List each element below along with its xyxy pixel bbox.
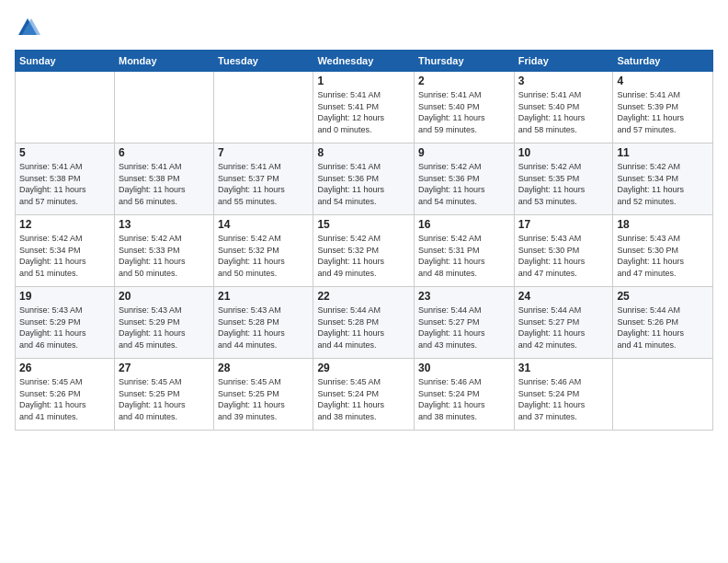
day-info: Sunrise: 5:42 AM Sunset: 5:36 PM Dayligh… bbox=[418, 161, 510, 207]
calendar-cell bbox=[613, 359, 713, 431]
calendar-cell: 8Sunrise: 5:41 AM Sunset: 5:36 PM Daylig… bbox=[313, 144, 415, 215]
calendar-cell: 24Sunrise: 5:44 AM Sunset: 5:27 PM Dayli… bbox=[514, 287, 613, 359]
day-info: Sunrise: 5:42 AM Sunset: 5:31 PM Dayligh… bbox=[418, 233, 510, 279]
calendar-cell: 31Sunrise: 5:46 AM Sunset: 5:24 PM Dayli… bbox=[514, 359, 613, 431]
calendar-cell: 26Sunrise: 5:45 AM Sunset: 5:26 PM Dayli… bbox=[16, 359, 115, 431]
calendar-cell: 5Sunrise: 5:41 AM Sunset: 5:38 PM Daylig… bbox=[16, 144, 115, 215]
calendar-cell: 2Sunrise: 5:41 AM Sunset: 5:40 PM Daylig… bbox=[415, 72, 515, 144]
day-info: Sunrise: 5:45 AM Sunset: 5:26 PM Dayligh… bbox=[19, 376, 110, 422]
calendar-cell: 18Sunrise: 5:43 AM Sunset: 5:30 PM Dayli… bbox=[613, 215, 713, 287]
day-number: 23 bbox=[418, 290, 510, 303]
day-info: Sunrise: 5:44 AM Sunset: 5:28 PM Dayligh… bbox=[317, 304, 410, 350]
day-info: Sunrise: 5:41 AM Sunset: 5:40 PM Dayligh… bbox=[418, 89, 510, 135]
calendar-cell: 20Sunrise: 5:43 AM Sunset: 5:29 PM Dayli… bbox=[114, 287, 213, 359]
day-info: Sunrise: 5:46 AM Sunset: 5:24 PM Dayligh… bbox=[418, 376, 510, 422]
day-number: 26 bbox=[19, 362, 110, 374]
calendar-cell: 27Sunrise: 5:45 AM Sunset: 5:25 PM Dayli… bbox=[114, 359, 213, 431]
calendar-week-row: 1Sunrise: 5:41 AM Sunset: 5:41 PM Daylig… bbox=[16, 72, 713, 144]
day-info: Sunrise: 5:41 AM Sunset: 5:36 PM Dayligh… bbox=[317, 161, 410, 207]
calendar-cell: 9Sunrise: 5:42 AM Sunset: 5:36 PM Daylig… bbox=[415, 144, 515, 215]
calendar-cell: 17Sunrise: 5:43 AM Sunset: 5:30 PM Dayli… bbox=[514, 215, 613, 287]
weekday-header: Wednesday bbox=[313, 51, 415, 72]
day-number: 12 bbox=[19, 218, 110, 231]
day-number: 8 bbox=[317, 146, 410, 159]
day-info: Sunrise: 5:41 AM Sunset: 5:38 PM Dayligh… bbox=[119, 161, 210, 207]
day-info: Sunrise: 5:43 AM Sunset: 5:29 PM Dayligh… bbox=[19, 304, 110, 350]
day-info: Sunrise: 5:43 AM Sunset: 5:29 PM Dayligh… bbox=[119, 304, 210, 350]
day-info: Sunrise: 5:46 AM Sunset: 5:24 PM Dayligh… bbox=[518, 376, 609, 422]
day-info: Sunrise: 5:41 AM Sunset: 5:40 PM Dayligh… bbox=[518, 89, 609, 135]
calendar-week-row: 5Sunrise: 5:41 AM Sunset: 5:38 PM Daylig… bbox=[16, 144, 713, 215]
day-info: Sunrise: 5:41 AM Sunset: 5:39 PM Dayligh… bbox=[617, 89, 709, 135]
calendar-cell: 21Sunrise: 5:43 AM Sunset: 5:28 PM Dayli… bbox=[214, 287, 313, 359]
calendar-cell: 3Sunrise: 5:41 AM Sunset: 5:40 PM Daylig… bbox=[514, 72, 613, 144]
day-number: 15 bbox=[317, 218, 410, 231]
calendar-week-row: 26Sunrise: 5:45 AM Sunset: 5:26 PM Dayli… bbox=[16, 359, 713, 431]
day-number: 16 bbox=[418, 218, 510, 231]
day-number: 14 bbox=[218, 218, 309, 231]
weekday-header: Monday bbox=[114, 51, 213, 72]
day-number: 5 bbox=[19, 146, 110, 159]
calendar-cell bbox=[114, 72, 213, 144]
day-number: 10 bbox=[518, 146, 609, 159]
day-info: Sunrise: 5:44 AM Sunset: 5:27 PM Dayligh… bbox=[418, 304, 510, 350]
day-number: 29 bbox=[317, 362, 410, 374]
calendar-cell: 7Sunrise: 5:41 AM Sunset: 5:37 PM Daylig… bbox=[214, 144, 313, 215]
day-number: 25 bbox=[617, 290, 709, 303]
day-number: 31 bbox=[518, 362, 609, 374]
calendar-cell bbox=[16, 72, 115, 144]
calendar-cell: 4Sunrise: 5:41 AM Sunset: 5:39 PM Daylig… bbox=[613, 72, 713, 144]
calendar-cell: 14Sunrise: 5:42 AM Sunset: 5:32 PM Dayli… bbox=[214, 215, 313, 287]
weekday-header: Tuesday bbox=[214, 51, 313, 72]
day-info: Sunrise: 5:42 AM Sunset: 5:33 PM Dayligh… bbox=[119, 233, 210, 279]
day-info: Sunrise: 5:41 AM Sunset: 5:38 PM Dayligh… bbox=[19, 161, 110, 207]
calendar-cell: 19Sunrise: 5:43 AM Sunset: 5:29 PM Dayli… bbox=[16, 287, 115, 359]
day-number: 9 bbox=[418, 146, 510, 159]
day-number: 4 bbox=[617, 75, 709, 87]
day-number: 11 bbox=[617, 146, 709, 159]
day-number: 24 bbox=[518, 290, 609, 303]
calendar-cell: 11Sunrise: 5:42 AM Sunset: 5:34 PM Dayli… bbox=[613, 144, 713, 215]
day-info: Sunrise: 5:45 AM Sunset: 5:24 PM Dayligh… bbox=[317, 376, 410, 422]
day-info: Sunrise: 5:45 AM Sunset: 5:25 PM Dayligh… bbox=[119, 376, 210, 422]
calendar-cell: 6Sunrise: 5:41 AM Sunset: 5:38 PM Daylig… bbox=[114, 144, 213, 215]
calendar-cell: 16Sunrise: 5:42 AM Sunset: 5:31 PM Dayli… bbox=[415, 215, 515, 287]
weekday-header: Friday bbox=[514, 51, 613, 72]
calendar-cell: 13Sunrise: 5:42 AM Sunset: 5:33 PM Dayli… bbox=[114, 215, 213, 287]
calendar-week-row: 12Sunrise: 5:42 AM Sunset: 5:34 PM Dayli… bbox=[16, 215, 713, 287]
day-info: Sunrise: 5:42 AM Sunset: 5:34 PM Dayligh… bbox=[19, 233, 110, 279]
day-number: 27 bbox=[119, 362, 210, 374]
day-number: 6 bbox=[119, 146, 210, 159]
calendar-cell: 23Sunrise: 5:44 AM Sunset: 5:27 PM Dayli… bbox=[415, 287, 515, 359]
day-number: 7 bbox=[218, 146, 309, 159]
day-info: Sunrise: 5:45 AM Sunset: 5:25 PM Dayligh… bbox=[218, 376, 309, 422]
day-number: 17 bbox=[518, 218, 609, 231]
calendar-page: SundayMondayTuesdayWednesdayThursdayFrid… bbox=[0, 0, 728, 563]
day-info: Sunrise: 5:43 AM Sunset: 5:30 PM Dayligh… bbox=[518, 233, 609, 279]
calendar-header-row: SundayMondayTuesdayWednesdayThursdayFrid… bbox=[16, 51, 713, 72]
day-number: 30 bbox=[418, 362, 510, 374]
calendar-cell bbox=[214, 72, 313, 144]
calendar-week-row: 19Sunrise: 5:43 AM Sunset: 5:29 PM Dayli… bbox=[16, 287, 713, 359]
calendar-cell: 22Sunrise: 5:44 AM Sunset: 5:28 PM Dayli… bbox=[313, 287, 415, 359]
day-info: Sunrise: 5:42 AM Sunset: 5:35 PM Dayligh… bbox=[518, 161, 609, 207]
day-info: Sunrise: 5:41 AM Sunset: 5:37 PM Dayligh… bbox=[218, 161, 309, 207]
calendar-cell: 30Sunrise: 5:46 AM Sunset: 5:24 PM Dayli… bbox=[415, 359, 515, 431]
calendar-cell: 28Sunrise: 5:45 AM Sunset: 5:25 PM Dayli… bbox=[214, 359, 313, 431]
day-number: 28 bbox=[218, 362, 309, 374]
header bbox=[15, 15, 713, 40]
day-info: Sunrise: 5:43 AM Sunset: 5:30 PM Dayligh… bbox=[617, 233, 709, 279]
day-info: Sunrise: 5:42 AM Sunset: 5:34 PM Dayligh… bbox=[617, 161, 709, 207]
calendar-cell: 1Sunrise: 5:41 AM Sunset: 5:41 PM Daylig… bbox=[313, 72, 415, 144]
day-info: Sunrise: 5:44 AM Sunset: 5:27 PM Dayligh… bbox=[518, 304, 609, 350]
day-number: 2 bbox=[418, 75, 510, 87]
weekday-header: Thursday bbox=[415, 51, 515, 72]
day-number: 1 bbox=[317, 75, 410, 87]
logo-icon bbox=[15, 15, 40, 40]
day-info: Sunrise: 5:43 AM Sunset: 5:28 PM Dayligh… bbox=[218, 304, 309, 350]
day-info: Sunrise: 5:44 AM Sunset: 5:26 PM Dayligh… bbox=[617, 304, 709, 350]
day-number: 13 bbox=[119, 218, 210, 231]
logo bbox=[15, 15, 44, 40]
day-number: 20 bbox=[119, 290, 210, 303]
calendar-cell: 15Sunrise: 5:42 AM Sunset: 5:32 PM Dayli… bbox=[313, 215, 415, 287]
